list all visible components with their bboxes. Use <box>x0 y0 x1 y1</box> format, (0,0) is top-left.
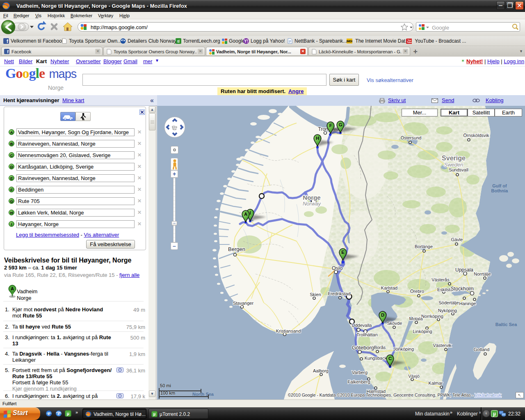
svg-text:Gävle: Gävle <box>451 237 463 242</box>
svg-text:A: A <box>244 212 247 217</box>
svg-text:Fredrikstad: Fredrikstad <box>328 291 350 296</box>
svg-text:F: F <box>329 123 332 128</box>
svg-text:Borås: Borås <box>374 345 386 350</box>
svg-text:f: f <box>7 49 9 54</box>
svg-text:Stavanger: Stavanger <box>233 301 253 306</box>
svg-text:Motala: Motala <box>409 316 423 321</box>
svg-text:Linköping: Linköping <box>413 329 432 334</box>
svg-text:Skövde: Skövde <box>387 321 402 326</box>
svg-text:A: A <box>11 286 14 291</box>
svg-text:Varberg: Varberg <box>352 370 368 375</box>
svg-text:H: H <box>316 136 319 141</box>
svg-text:Stockholm: Stockholm <box>451 286 474 292</box>
svg-text:Aalborg: Aalborg <box>313 368 329 373</box>
svg-text:IMDb: IMDb <box>347 40 352 43</box>
svg-text:Uppsala: Uppsala <box>455 267 473 273</box>
svg-text:I: I <box>249 210 251 215</box>
svg-text:Jönköping: Jönköping <box>393 347 414 352</box>
svg-text:Norway: Norway <box>303 201 322 207</box>
svg-text:Borlänge: Borlänge <box>415 244 433 249</box>
svg-text:Kungsbacka: Kungsbacka <box>365 356 390 361</box>
svg-text:Karlstad: Karlstad <box>381 285 397 290</box>
svg-text:Kristiansand: Kristiansand <box>276 329 301 333</box>
svg-text:Falkenberg: Falkenberg <box>347 379 370 384</box>
svg-text:µ: µ <box>493 411 496 417</box>
svg-text:Sundsvall: Sundsvall <box>449 167 468 172</box>
svg-text:Norrtälje: Norrtälje <box>474 272 491 276</box>
svg-text:Nyköping: Nyköping <box>438 308 457 313</box>
svg-text:µ: µ <box>67 411 69 416</box>
svg-text:Sweden: Sweden <box>444 162 463 168</box>
svg-text:Gulf of: Gulf of <box>492 183 507 188</box>
svg-text:Tube: Tube <box>407 41 412 43</box>
svg-text:Baltic Sea: Baltic Sea <box>495 322 517 327</box>
svg-text:Östersund: Östersund <box>401 135 422 140</box>
svg-text:Gotland: Gotland <box>474 347 490 352</box>
svg-text:G: G <box>339 122 342 127</box>
svg-text:Norge: Norge <box>303 194 320 201</box>
svg-text:Sverige: Sverige <box>442 155 466 162</box>
svg-text:e: e <box>48 411 50 416</box>
svg-text:Västerås: Västerås <box>431 277 450 282</box>
svg-text:Skien: Skien <box>310 292 321 297</box>
svg-text:D: D <box>381 313 384 317</box>
svg-text:Västervik: Västervik <box>433 343 452 348</box>
svg-text:C: C <box>388 356 392 361</box>
svg-text:Bothnia: Bothnia <box>491 188 509 193</box>
svg-text:Uddevalla: Uddevalla <box>352 323 372 328</box>
svg-text:Oslo: Oslo <box>332 265 343 271</box>
svg-text:Örnsköldsvik: Örnsköldsvik <box>463 133 489 138</box>
svg-text:µ: µ <box>153 412 156 416</box>
svg-text:Växjö: Växjö <box>408 374 420 379</box>
svg-text:Haninge: Haninge <box>459 301 476 306</box>
svg-text:Örebro: Örebro <box>410 289 424 294</box>
svg-text:Y!: Y! <box>244 39 248 43</box>
svg-text:E: E <box>341 250 344 255</box>
svg-text:©2010 Google - Kartdata ©2010: ©2010 Google - Kartdata ©2010 Europa Tec… <box>288 393 502 397</box>
svg-text:Göteborg: Göteborg <box>352 345 374 351</box>
svg-text:Kalmar: Kalmar <box>429 381 443 386</box>
svg-text:Trollhättan: Trollhättan <box>356 332 378 337</box>
svg-text:Södertälje: Södertälje <box>438 300 459 305</box>
svg-text:Norrköping: Norrköping <box>421 314 443 319</box>
svg-text:tl: tl <box>177 39 180 43</box>
svg-text:Bergen: Bergen <box>228 246 245 252</box>
svg-text:e: e <box>57 411 60 416</box>
